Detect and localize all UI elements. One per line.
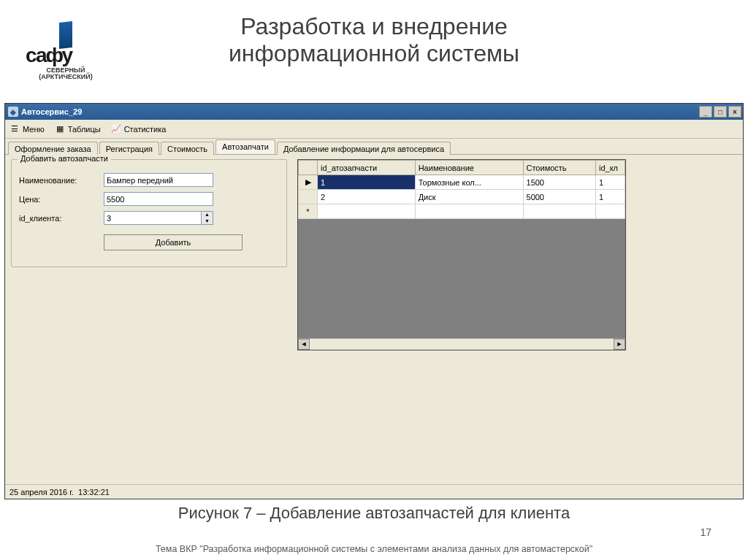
cell-client[interactable]: 1 xyxy=(596,175,625,190)
app-icon: ◆ xyxy=(8,107,18,117)
col-client[interactable]: id_кл xyxy=(596,161,625,175)
price-input[interactable] xyxy=(104,192,213,206)
cell-name[interactable]: Тормозные кол... xyxy=(415,175,523,190)
toolbar: ☰ Меню ▦ Таблицы 📈 Статистика xyxy=(5,120,743,139)
grid-hscrollbar[interactable]: ◄ ► xyxy=(298,338,625,350)
tabstrip: Оформление заказа Регистрация Стоимость … xyxy=(5,139,743,155)
grid-new-row[interactable]: * xyxy=(299,204,625,219)
slide-footer: Тема ВКР "Разработка информационной сист… xyxy=(0,544,748,554)
col-id[interactable]: id_атозапчасти xyxy=(318,161,416,175)
col-name[interactable]: Наименование xyxy=(415,161,523,175)
client-stepper[interactable]: ▲ ▼ xyxy=(104,211,213,225)
cell-name[interactable]: Диск xyxy=(415,190,523,204)
toolbar-menu[interactable]: ☰ Меню xyxy=(9,124,45,134)
logo: сафу СЕВЕРНЫЙ (АРКТИЧЕСКИЙ) xyxy=(26,22,106,80)
toolbar-menu-label: Меню xyxy=(23,125,45,134)
logo-sub2: (АРКТИЧЕСКИЙ) xyxy=(26,74,106,80)
titlebar: ◆ Автосервис_29 _ □ × xyxy=(5,104,743,120)
app-window: ◆ Автосервис_29 _ □ × ☰ Меню ▦ Таблицы 📈… xyxy=(4,103,744,499)
table-icon: ▦ xyxy=(55,124,65,134)
maximize-button[interactable]: □ xyxy=(714,106,727,118)
add-parts-group: Добавить автозапчасти Наименование: Цена… xyxy=(11,159,287,267)
tab-cost[interactable]: Стоимость xyxy=(161,142,214,155)
cell-client[interactable]: 1 xyxy=(596,190,625,204)
tab-order[interactable]: Оформление заказа xyxy=(8,142,98,155)
menu-icon: ☰ xyxy=(9,124,20,134)
toolbar-tables[interactable]: ▦ Таблицы xyxy=(55,124,101,134)
title-line1: Разработка и внедрение xyxy=(240,13,508,39)
slide-title: Разработка и внедрение информационной си… xyxy=(0,0,748,72)
status-date: 25 апреля 2016 г. xyxy=(9,488,74,496)
grid-row[interactable]: ▶ 1 Тормозные кол... 1500 1 xyxy=(299,175,625,190)
toolbar-stats[interactable]: 📈 Статистика xyxy=(111,124,167,134)
statusbar: 25 апреля 2016 г. 13:32:21 xyxy=(5,484,743,499)
cell-id[interactable]: 2 xyxy=(318,190,416,204)
client-input[interactable] xyxy=(104,211,202,225)
tab-register[interactable]: Регистрация xyxy=(99,142,159,155)
name-input[interactable] xyxy=(104,173,213,187)
grid-row[interactable]: 2 Диск 5000 1 xyxy=(299,190,625,204)
status-time: 13:32:21 xyxy=(78,488,110,496)
new-row-icon: * xyxy=(299,204,318,219)
tab-add-info[interactable]: Добавление информации для автосервиса xyxy=(277,142,451,155)
price-label: Цена: xyxy=(19,195,104,204)
add-button[interactable]: Добавить xyxy=(104,234,243,250)
close-button[interactable]: × xyxy=(728,106,741,118)
scroll-left-icon[interactable]: ◄ xyxy=(298,339,310,350)
cell-cost[interactable]: 1500 xyxy=(523,175,595,190)
client-label: id_клиента: xyxy=(19,214,104,223)
figure-caption: Рисунок 7 – Добавление автозапчастей для… xyxy=(0,504,748,523)
col-cost[interactable]: Стоимость xyxy=(523,161,595,175)
minimize-button[interactable]: _ xyxy=(699,106,712,118)
grid-header-row: id_атозапчасти Наименование Стоимость id… xyxy=(299,161,625,175)
stepper-up-icon[interactable]: ▲ xyxy=(202,212,213,218)
chart-icon: 📈 xyxy=(111,124,121,134)
stepper-down-icon[interactable]: ▼ xyxy=(202,218,213,225)
toolbar-tables-label: Таблицы xyxy=(68,125,101,134)
scroll-right-icon[interactable]: ► xyxy=(614,339,625,350)
row-indicator-icon: ▶ xyxy=(299,175,318,190)
cell-id[interactable]: 1 xyxy=(318,175,416,190)
cell-cost[interactable]: 5000 xyxy=(523,190,595,204)
grid-background xyxy=(298,219,625,338)
group-legend: Добавить автозапчасти xyxy=(18,154,111,163)
tab-parts[interactable]: Автозапчати xyxy=(215,139,275,154)
page-number: 17 xyxy=(700,526,711,538)
window-title: Автосервис_29 xyxy=(21,107,82,116)
grid-corner xyxy=(299,161,318,175)
toolbar-stats-label: Статистика xyxy=(124,125,167,134)
scroll-track[interactable] xyxy=(310,339,614,350)
name-label: Наименование: xyxy=(19,176,104,185)
client-area: Добавить автозапчасти Наименование: Цена… xyxy=(5,155,743,484)
parts-grid: id_атозапчасти Наименование Стоимость id… xyxy=(297,159,626,350)
title-line2: информационной системы xyxy=(229,40,519,66)
